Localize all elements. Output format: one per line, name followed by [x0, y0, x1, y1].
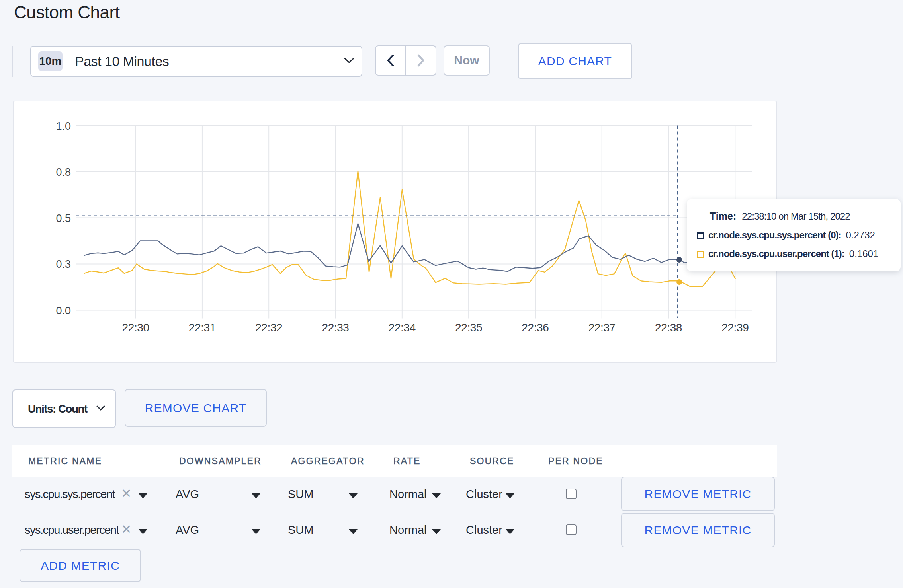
svg-text:22:31: 22:31	[189, 321, 216, 334]
svg-text:22:39: 22:39	[721, 321, 749, 334]
svg-text:22:33: 22:33	[322, 321, 349, 334]
svg-text:22:35: 22:35	[455, 321, 482, 334]
svg-text:22:34: 22:34	[389, 321, 416, 334]
svg-text:0.5: 0.5	[56, 212, 71, 224]
svg-text:22:36: 22:36	[522, 321, 549, 334]
svg-text:0.3: 0.3	[56, 258, 71, 270]
svg-text:1.0: 1.0	[56, 120, 71, 132]
svg-text:22:38: 22:38	[655, 321, 682, 334]
svg-text:22:32: 22:32	[255, 321, 282, 334]
svg-text:22:30: 22:30	[122, 321, 149, 334]
svg-text:22:37: 22:37	[588, 321, 616, 334]
svg-text:0.8: 0.8	[56, 166, 71, 178]
svg-text:0.0: 0.0	[56, 305, 71, 317]
